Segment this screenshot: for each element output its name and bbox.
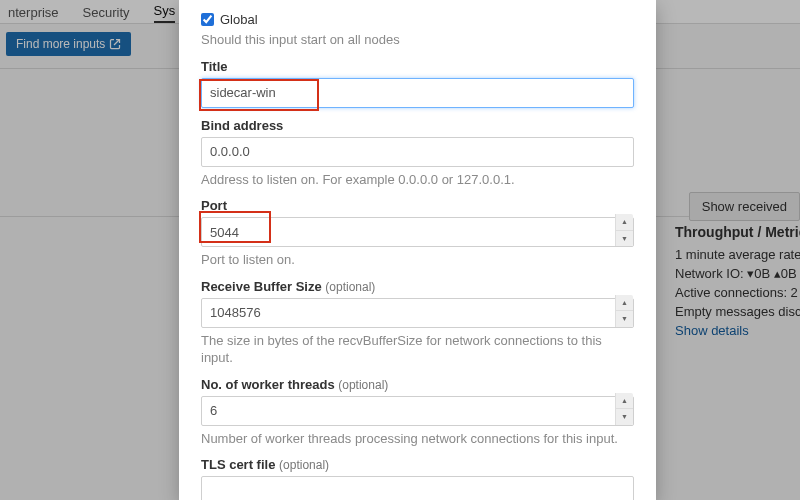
bind-address-input[interactable] xyxy=(201,137,634,167)
global-checkbox-row[interactable]: Global xyxy=(201,12,634,27)
input-config-modal: Global Should this input start on all no… xyxy=(179,0,656,500)
bind-address-hint: Address to listen on. For example 0.0.0.… xyxy=(201,171,634,189)
workers-label: No. of worker threads (optional) xyxy=(201,377,634,392)
chevron-up-icon[interactable]: ▲ xyxy=(615,295,633,312)
workers-input[interactable] xyxy=(201,396,634,426)
recv-buffer-stepper[interactable]: ▲▼ xyxy=(615,295,633,327)
workers-stepper[interactable]: ▲▼ xyxy=(615,393,633,425)
port-label: Port xyxy=(201,198,634,213)
tls-cert-input[interactable] xyxy=(201,476,634,500)
chevron-down-icon[interactable]: ▼ xyxy=(615,231,633,247)
recv-buffer-hint: The size in bytes of the recvBufferSize … xyxy=(201,332,634,367)
chevron-up-icon[interactable]: ▲ xyxy=(615,214,633,231)
recv-buffer-input[interactable] xyxy=(201,298,634,328)
port-hint: Port to listen on. xyxy=(201,251,634,269)
global-checkbox[interactable] xyxy=(201,13,214,26)
workers-hint: Number of worker threads processing netw… xyxy=(201,430,634,448)
bind-address-label: Bind address xyxy=(201,118,634,133)
chevron-down-icon[interactable]: ▼ xyxy=(615,311,633,327)
title-input[interactable] xyxy=(201,78,634,108)
chevron-up-icon[interactable]: ▲ xyxy=(615,393,633,410)
title-label: Title xyxy=(201,59,634,74)
port-stepper[interactable]: ▲▼ xyxy=(615,214,633,246)
port-input[interactable] xyxy=(201,217,634,247)
global-label: Global xyxy=(220,12,258,27)
global-hint: Should this input start on all nodes xyxy=(201,31,634,49)
recv-buffer-label: Receive Buffer Size (optional) xyxy=(201,279,634,294)
tls-cert-label: TLS cert file (optional) xyxy=(201,457,634,472)
chevron-down-icon[interactable]: ▼ xyxy=(615,409,633,425)
